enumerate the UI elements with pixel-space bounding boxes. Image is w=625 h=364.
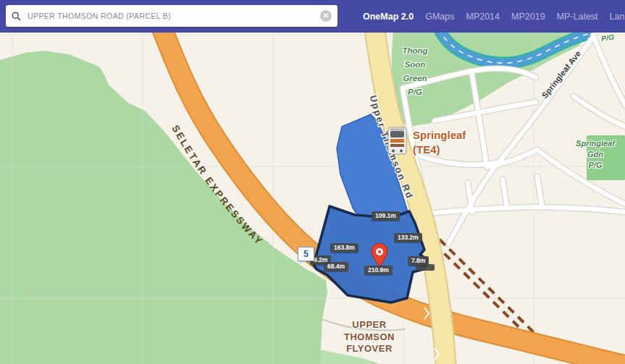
springleaf-gdn-park <box>587 135 625 180</box>
measurement-label: 109.1m <box>372 211 400 221</box>
tab-mp2014[interactable]: MP2014 <box>466 12 500 22</box>
clear-search-icon[interactable]: ✕ <box>320 10 332 22</box>
parcel-number-badge: 5 <box>298 247 314 261</box>
tab-mp-latest[interactable]: MP-Latest <box>557 12 598 22</box>
tab-onemap[interactable]: OneMap 2.0 <box>363 12 414 22</box>
map-base-layer: SELETAR EXPRESSWAY Upper Thomson Rd <box>0 33 625 364</box>
top-bar: ✕ OneMap 2.0 GMaps MP2014 MP2019 MP-Late… <box>0 0 625 33</box>
measurement-label: 68.4m <box>324 262 348 271</box>
parcel-b-polygon[interactable] <box>314 206 427 302</box>
mrt-station-icon <box>388 127 406 154</box>
green-patch-flyover <box>320 350 380 364</box>
measurement-label: 210.9m <box>364 266 393 275</box>
search-icon <box>12 12 21 21</box>
tab-gmaps[interactable]: GMaps <box>425 12 454 22</box>
map-source-tabs: OneMap 2.0 GMaps MP2014 MP2019 MP-Latest… <box>363 0 625 33</box>
measurement-label: 133.2m <box>394 233 422 242</box>
map-canvas[interactable]: SELETAR EXPRESSWAY Upper Thomson Rd Thon… <box>0 33 625 364</box>
search-input[interactable] <box>26 11 320 21</box>
tab-landlot[interactable]: LandLot <box>610 12 625 22</box>
search-bar[interactable]: ✕ <box>6 5 337 27</box>
tab-mp2019[interactable]: MP2019 <box>511 12 545 22</box>
measurement-label: 7.8m <box>408 256 429 266</box>
measurement-label: 163.8m <box>330 243 358 253</box>
